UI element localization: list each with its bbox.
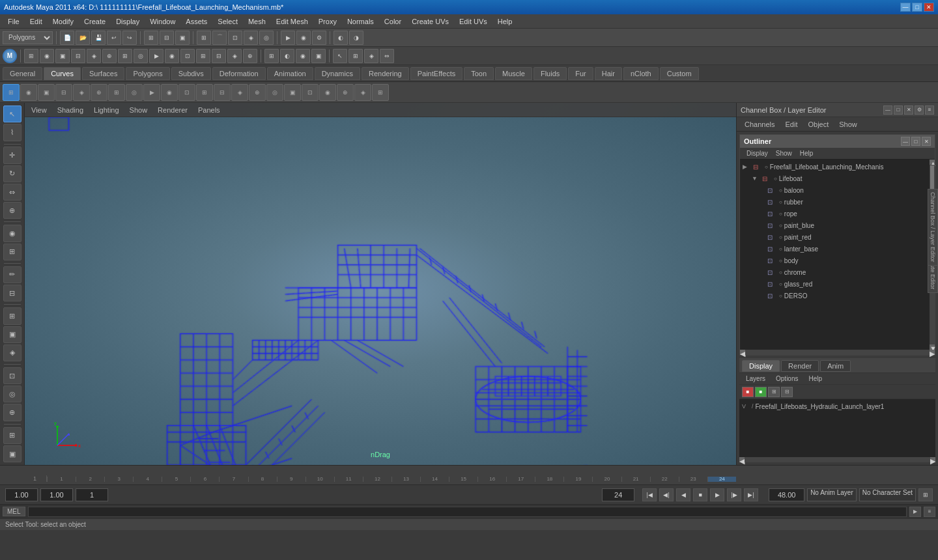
shelf-icon-s[interactable]: ⊕ — [337, 84, 354, 101]
outliner-item-paint-blue[interactable]: ⊡ ○ paint_blue — [741, 219, 928, 231]
menu-proxy[interactable]: Proxy — [313, 16, 342, 27]
left-btn-4[interactable]: ⊡ — [3, 367, 21, 384]
step-back-btn[interactable]: ◀| — [659, 488, 674, 501]
select-tool-btn[interactable]: ↖ — [3, 105, 21, 122]
menu-select[interactable]: Select — [212, 16, 243, 27]
layer-icon-4[interactable]: ⊟ — [781, 387, 793, 397]
menu-create[interactable]: Create — [79, 16, 111, 27]
universal-manip-btn[interactable]: ⊕ — [3, 202, 21, 219]
soft-mod-btn[interactable]: ◉ — [3, 225, 21, 242]
layer-tab-display[interactable]: Display — [742, 360, 780, 372]
outliner-menu-help[interactable]: Help — [796, 149, 817, 158]
outliner-item-lifeboat[interactable]: ▼ ⊟ ○ Lifeboat — [741, 173, 928, 184]
left-btn-5[interactable]: ◎ — [3, 385, 21, 402]
layer-subtab-layers[interactable]: Layers — [742, 374, 769, 383]
shelf-icon-p[interactable]: ▣ — [284, 84, 301, 101]
shelf-icon-e[interactable]: ⊕ — [91, 84, 107, 101]
tick-7[interactable]: 7 — [219, 477, 248, 482]
layer-scroll-right[interactable]: ▶ — [930, 457, 935, 462]
scrollbar-thumb[interactable] — [930, 165, 934, 191]
shelf-icon-r[interactable]: ◉ — [319, 84, 336, 101]
menu-edit-mesh[interactable]: Edit Mesh — [271, 16, 313, 27]
cursor-icon[interactable]: ↖ — [333, 49, 347, 63]
shelf-tab-fur[interactable]: Fur — [568, 67, 593, 80]
shelf-icon-d[interactable]: ◈ — [73, 84, 90, 101]
play-back-btn[interactable]: ◀ — [676, 488, 690, 501]
layer-tab-anim[interactable]: Anim — [820, 360, 851, 372]
cmd-submit-btn[interactable]: ▶ — [909, 507, 921, 517]
outliner-item-lanter-base[interactable]: ⊡ ○ lanter_base — [741, 243, 928, 255]
layer-scroll-left[interactable]: ◀ — [739, 457, 745, 462]
outliner-content[interactable]: ▶ ⊟ ○ Freefall_Lifeboat_Launching_Mechan… — [740, 160, 930, 350]
shelf-tab-general[interactable]: General — [3, 67, 42, 80]
shelf-tab-muscle[interactable]: Muscle — [495, 67, 532, 80]
layer-subtab-help[interactable]: Help — [804, 374, 826, 383]
shelf-icon-4[interactable]: ⊟ — [71, 49, 85, 63]
shelf-tab-curves[interactable]: Curves — [44, 67, 81, 80]
left-btn-8[interactable]: ▣ — [3, 445, 21, 462]
shelf-icon-u[interactable]: ⊞ — [372, 84, 389, 101]
shelf-tab-hair[interactable]: Hair — [595, 67, 622, 80]
tick-9[interactable]: 9 — [277, 477, 306, 482]
menu-edit-uvs[interactable]: Edit UVs — [454, 16, 492, 27]
outliner-menu-display[interactable]: Display — [743, 149, 772, 158]
shelf-icon-11[interactable]: ⊡ — [180, 49, 195, 63]
tick-13[interactable]: 13 — [391, 477, 420, 482]
select-by-component[interactable]: ⊟ — [160, 31, 174, 45]
character-set-select[interactable]: No Character Set — [859, 488, 916, 501]
select-obj-mask[interactable]: ▣ — [175, 31, 190, 45]
layer-item-1[interactable]: V / Freefall_Lifeboats_Hydraulic_Launch_… — [742, 400, 933, 412]
vp-menu-panels[interactable]: Panels — [194, 105, 224, 115]
cb-tab-object[interactable]: Object — [803, 119, 834, 130]
save-btn[interactable]: 💾 — [91, 31, 106, 45]
menu-create-uvs[interactable]: Create UVs — [406, 16, 454, 27]
shelf-tab-fluids[interactable]: Fluids — [533, 67, 567, 80]
shelf-icon-10[interactable]: ◉ — [165, 49, 179, 63]
menu-color[interactable]: Color — [379, 16, 406, 27]
view-icon-4[interactable]: ▣ — [311, 49, 326, 63]
cb-close-btn[interactable]: ✕ — [904, 105, 913, 115]
tick-17[interactable]: 17 — [506, 477, 535, 482]
shelf-icon-i[interactable]: ◉ — [161, 84, 178, 101]
shelf-tab-animation[interactable]: Animation — [267, 67, 313, 80]
show-hide-2[interactable]: ◑ — [349, 31, 363, 45]
view-icon-3[interactable]: ◉ — [296, 49, 310, 63]
redo-btn[interactable]: ↪ — [122, 31, 137, 45]
layer-icon-1[interactable]: ■ — [742, 387, 754, 397]
shelf-icon-1[interactable]: ⊞ — [24, 49, 38, 63]
shelf-icon-7[interactable]: ⊞ — [118, 49, 132, 63]
shelf-icon-j[interactable]: ⊡ — [178, 84, 195, 101]
left-btn-6[interactable]: ⊕ — [3, 404, 21, 421]
shelf-tab-painteffects[interactable]: PaintEffects — [410, 67, 463, 80]
render-btn[interactable]: ▶ — [281, 31, 295, 45]
select-by-hierarchy[interactable]: ⊞ — [144, 31, 158, 45]
outliner-close-btn[interactable]: ✕ — [922, 137, 931, 146]
shelf-icon-6[interactable]: ⊕ — [102, 49, 117, 63]
tick-5[interactable]: 5 — [162, 477, 190, 482]
menu-modify[interactable]: Modify — [48, 16, 79, 27]
cb-maximize-btn[interactable]: □ — [894, 105, 903, 115]
tick-24[interactable]: 24 — [707, 477, 736, 482]
tick-6[interactable]: 6 — [190, 477, 219, 482]
tick-10[interactable]: 10 — [306, 477, 334, 482]
outliner-item-paint-red[interactable]: ⊡ ○ paint_red — [741, 231, 928, 243]
view-icon-1[interactable]: ⊞ — [264, 49, 279, 63]
rotate-tool-btn[interactable]: ↻ — [3, 165, 21, 182]
vp-menu-view[interactable]: View — [27, 105, 51, 115]
lasso-select-btn[interactable]: ⌇ — [3, 124, 21, 141]
snap-to-point[interactable]: ⊡ — [228, 31, 242, 45]
outliner-menu-show[interactable]: Show — [772, 149, 796, 158]
hscroll-left[interactable]: ◀ — [740, 350, 745, 355]
shelf-tab-dynamics[interactable]: Dynamics — [315, 67, 360, 80]
shelf-icon-b[interactable]: ▣ — [38, 84, 55, 101]
cb-tab-show[interactable]: Show — [834, 119, 862, 130]
cb-vtab-btn[interactable]: ≡ — [925, 105, 934, 115]
range-end-field[interactable]: 24 — [602, 488, 634, 501]
tick-18[interactable]: 18 — [535, 477, 563, 482]
shelf-tab-custom[interactable]: Custom — [660, 67, 699, 80]
menu-window[interactable]: Window — [145, 16, 180, 27]
vp-menu-shading[interactable]: Shading — [53, 105, 87, 115]
scale-tool-btn[interactable]: ⇔ — [3, 184, 21, 201]
ipr-render[interactable]: ◉ — [296, 31, 311, 45]
outliner-item-rubber[interactable]: ⊡ ○ rubber — [741, 196, 928, 208]
